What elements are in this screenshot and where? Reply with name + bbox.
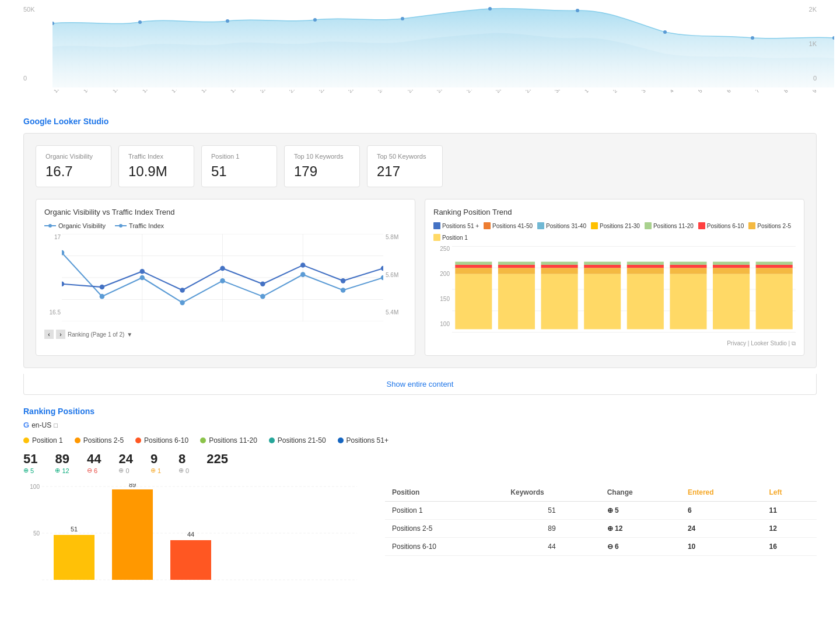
svg-point-4 — [401, 17, 404, 20]
page-indicator: Ranking (Page 1 of 2) — [68, 331, 124, 338]
svg-point-5 — [488, 7, 492, 10]
metric-label-traffic: Traffic Index — [128, 153, 184, 160]
svg-rect-80 — [170, 540, 211, 580]
change-value-positions11-20: 0 — [125, 467, 129, 474]
table-row: Positions 6-10 44 ⊖ 6 10 16 — [385, 538, 817, 556]
next-button[interactable]: › — [56, 330, 65, 339]
stat-all-keywords: 225 — [206, 452, 228, 474]
td-entered-2-5: 24 — [681, 520, 762, 538]
td-entered-6-10: 10 — [681, 538, 762, 556]
legend-item-traffic: Traffic Index — [115, 222, 164, 229]
svg-rect-44 — [455, 262, 492, 265]
td-position-1: Position 1 — [385, 502, 503, 520]
stat-change-positions21-50: ⊕ 1 — [150, 467, 161, 474]
charts-row: Organic Visibility vs Traffic Index Tren… — [36, 199, 804, 356]
line-chart-legend: Organic Visibility Traffic Index — [44, 222, 407, 229]
stat-change-positions6-10: ⊖ 6 — [87, 467, 101, 474]
svg-point-20 — [140, 275, 145, 281]
legend-box-pos31 — [537, 222, 544, 229]
legend-positions21-50: Positions 21-50 — [269, 436, 326, 444]
svg-point-1 — [138, 20, 142, 24]
bar-chart-legend: Positions 51 + Positions 41-50 Positions… — [433, 222, 796, 241]
ranking-bar-chart: 100 50 51 89 — [23, 484, 373, 600]
legend-pos31-40: Positions 31-40 — [537, 222, 586, 229]
svg-rect-60 — [627, 262, 664, 265]
svg-rect-66 — [713, 268, 750, 274]
ranking-trend-title: Ranking Position Trend — [433, 208, 796, 216]
svg-point-3 — [313, 18, 317, 22]
svg-point-33 — [300, 262, 305, 268]
metric-card-top10: Top 10 Keywords 179 — [284, 145, 360, 187]
svg-rect-43 — [455, 265, 492, 268]
stat-number-positions51+: 8 — [178, 452, 189, 467]
svg-rect-69 — [756, 274, 793, 330]
dot-positions21-50 — [269, 438, 275, 443]
prev-button[interactable]: ‹ — [44, 330, 54, 339]
ranking-positions-title: Ranking Positions — [23, 407, 817, 416]
change-value-positions51+: 0 — [186, 467, 189, 474]
legend-box-pos41 — [484, 222, 491, 229]
legend-pos21-30: Positions 21-30 — [591, 222, 640, 229]
show-entire-content-bar[interactable]: Show entire content — [23, 374, 817, 395]
svg-point-2 — [226, 19, 229, 23]
svg-point-25 — [341, 288, 345, 293]
metric-label-organic: Organic Visibility — [46, 153, 102, 160]
stat-change-positions2-5: ⊕ 12 — [55, 467, 69, 474]
svg-rect-57 — [627, 274, 664, 330]
looker-embed-box: Organic Visibility 16.7 Traffic Index 10… — [23, 133, 817, 368]
metric-value-position1: 51 — [211, 163, 267, 180]
metric-card-traffic: Traffic Index 10.9M — [118, 145, 194, 187]
legend-pos11-20: Positions 11-20 — [645, 222, 694, 229]
td-keywords-2-5: 89 — [503, 520, 600, 538]
bar-y-axis-labels: 100 50 — [23, 484, 40, 577]
legend-box-pos1 — [433, 234, 440, 241]
stat-number-positions2-5: 89 — [55, 452, 69, 467]
td-change-1: ⊕ 5 — [600, 502, 681, 520]
svg-rect-65 — [713, 274, 750, 330]
svg-rect-58 — [627, 268, 664, 274]
position-legend: Position 1 Positions 2-5 Positions 6-10 … — [23, 436, 817, 444]
svg-point-26 — [381, 275, 383, 281]
dot-positions6-10 — [135, 438, 141, 443]
legend-line-organic — [44, 225, 56, 226]
dot-positions11-20 — [200, 438, 206, 443]
svg-rect-72 — [756, 262, 793, 265]
change-icon-positions11-20: ⊕ — [118, 467, 124, 474]
td-keywords-1: 51 — [503, 502, 600, 520]
legend-box-pos2 — [748, 222, 755, 229]
legend-label-organic: Organic Visibility — [58, 222, 106, 229]
svg-rect-62 — [670, 268, 706, 274]
change-icon-positions21-50: ⊕ — [150, 467, 156, 474]
change-icon-positions51+: ⊕ — [178, 467, 184, 474]
ranking-subtitle: G en-US □ — [23, 421, 817, 429]
dot-positions51+ — [338, 438, 344, 443]
change-value-positions21-50: 1 — [158, 467, 161, 474]
svg-point-27 — [62, 281, 64, 286]
svg-point-23 — [260, 294, 265, 299]
chart-navigation: ‹ › Ranking (Page 1 of 2) ▼ — [44, 330, 407, 339]
svg-rect-52 — [541, 262, 578, 265]
stat-number-position1: 51 — [23, 452, 37, 467]
stat-positions11-20: 24 ⊕ 0 — [118, 452, 132, 474]
looker-branding: Privacy | Looker Studio | ⧉ — [433, 340, 796, 347]
metric-value-top10: 179 — [294, 163, 350, 180]
ranking-table-area: Position Keywords Change Entered Left Po… — [385, 484, 817, 600]
td-keywords-6-10: 44 — [503, 538, 600, 556]
svg-rect-42 — [455, 268, 492, 274]
region-label: en-US — [32, 421, 51, 429]
show-entire-content-link[interactable]: Show entire content — [387, 380, 454, 388]
svg-rect-46 — [498, 268, 535, 274]
legend-positions11-20: Positions 11-20 — [200, 436, 257, 444]
svg-rect-76 — [54, 535, 94, 580]
metric-cards: Organic Visibility 16.7 Traffic Index 10… — [36, 145, 804, 187]
svg-point-32 — [260, 281, 265, 286]
google-logo: G — [23, 421, 29, 429]
svg-rect-71 — [756, 265, 793, 268]
metric-value-top50: 217 — [377, 163, 433, 180]
stat-number-positions6-10: 44 — [87, 452, 101, 467]
svg-rect-70 — [756, 268, 793, 274]
position-stats-row: 51 ⊕ 5 89 ⊕ 12 44 ⊖ 6 — [23, 452, 817, 474]
label-positions51+: Positions 51+ — [346, 436, 388, 444]
ranking-positions-section: Ranking Positions G en-US □ Position 1 P… — [23, 407, 817, 600]
legend-box-pos51 — [433, 222, 440, 229]
